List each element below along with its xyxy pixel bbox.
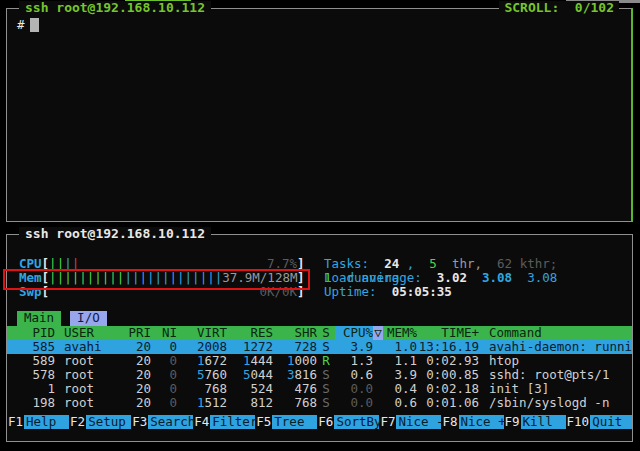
cell-state: S — [317, 396, 335, 410]
cell-shr: 768 — [273, 396, 317, 410]
fkey-setup-label: Setup — [86, 415, 131, 429]
stats-column: Tasks: 24 , 5 thr, 62 kthr; 1 running Lo… — [324, 257, 632, 299]
cell-shr-rest: 000 — [294, 354, 317, 368]
cpu-meter: CPU [ || | | 7.7% ] — [19, 257, 316, 271]
terminal-pane-shell[interactable]: ssh root@192.168.10.112 SCROLL: 0/102 # — [6, 8, 633, 222]
cell-mem: 0.4 — [383, 382, 417, 396]
fkey-nice-minus-key: F7 — [379, 415, 396, 429]
cell-ni: 0 — [151, 340, 177, 354]
fkey-setup[interactable]: F2Setup — [69, 415, 131, 429]
mem-meter-open-bracket: [ — [42, 271, 50, 285]
cpu-meter-bar: || | | 7.7% — [49, 257, 297, 271]
process-row-198[interactable]: 198 root 20 0 1512 812 768 S 0.0 0.6 0:0… — [7, 396, 632, 410]
cell-pri: 20 — [115, 396, 151, 410]
cell-time: 0:00.85 — [417, 368, 479, 382]
cell-gap — [373, 340, 383, 354]
cell-res-rest: 812 — [250, 396, 273, 410]
process-row-1[interactable]: 1 root 20 0 768 524 476 S 0.0 0.4 0:02.1… — [7, 382, 632, 396]
cell-gap — [373, 354, 383, 368]
fkey-tree[interactable]: F5Tree — [255, 415, 317, 429]
prompt-symbol: # — [17, 18, 25, 32]
mem-ticks-cache: ||||||||||||| — [124, 271, 222, 285]
fkey-filter[interactable]: F4Filter — [193, 415, 255, 429]
fkey-quit-key: F10 — [566, 415, 591, 429]
fkey-kill[interactable]: F9Kill — [504, 415, 566, 429]
cell-user: avahi — [55, 340, 115, 354]
uptime-value: 05:05:35 — [392, 284, 452, 299]
cell-pri: 20 — [115, 340, 151, 354]
column-header-virt[interactable]: VIRT — [177, 326, 227, 340]
fkey-sortby-label: SortBy — [334, 415, 379, 429]
cell-ni: 0 — [151, 368, 177, 382]
cell-res-rest: 044 — [250, 368, 273, 382]
column-header-res[interactable]: RES — [227, 326, 273, 340]
cell-user: root — [55, 396, 115, 410]
fkey-search[interactable]: F3Search — [131, 415, 193, 429]
load-one: 3.02 — [437, 270, 475, 285]
cell-state: S — [317, 368, 335, 382]
fkey-search-label: Search — [148, 415, 193, 429]
column-header-time[interactable]: TIME+ — [417, 326, 479, 340]
cpu-ticks-io: | — [64, 257, 72, 271]
column-header-ni[interactable]: NI — [151, 326, 177, 340]
column-header-pri[interactable]: PRI — [115, 326, 151, 340]
tasks-line: Tasks: 24 , 5 thr, 62 kthr; 1 running — [324, 257, 632, 271]
cell-state: S — [317, 382, 335, 396]
cell-ni: 0 — [151, 396, 177, 410]
cell-cpu: 0.6 — [335, 368, 373, 382]
fkey-filter-label: Filter — [210, 415, 255, 429]
fkey-quit[interactable]: F10Quit — [566, 415, 632, 429]
cell-mem: 0.6 — [383, 396, 417, 410]
cell-virt-rest: 672 — [204, 354, 227, 368]
cell-command: init [3] — [479, 382, 632, 396]
swap-meter-value: 0K/0K — [259, 285, 297, 299]
column-header-pid[interactable]: PID — [17, 326, 55, 340]
cell-shr-rest: 768 — [294, 396, 317, 410]
fkey-sortby-key: F6 — [317, 415, 334, 429]
cell-shr-rest: 816 — [294, 368, 317, 382]
uptime-line: Uptime: 05:05:35 — [324, 285, 632, 299]
cell-state: S — [317, 340, 335, 354]
swap-meter-bar: 0K/0K — [49, 285, 297, 299]
fkey-filter-key: F4 — [193, 415, 210, 429]
fkey-nice-plus[interactable]: F8Nice + — [441, 415, 503, 429]
column-header-command[interactable]: Command — [479, 326, 632, 340]
fkey-tree-key: F5 — [255, 415, 272, 429]
cell-user: root — [55, 368, 115, 382]
load-fifteen: 3.08 — [527, 270, 557, 285]
meters-column: CPU [ || | | 7.7% ] Mem [ — [7, 257, 316, 299]
cell-command: htop — [479, 354, 632, 368]
cell-pid: 198 — [17, 396, 55, 410]
column-header-mem[interactable]: MEM% — [383, 326, 417, 340]
fkey-nice-plus-label: Nice + — [459, 415, 504, 429]
terminal-pane-htop[interactable]: ssh root@192.168.10.112 CPU [ || | | 7.7… — [6, 234, 633, 442]
process-row-578[interactable]: 578 root 20 0 5760 5044 3816 S 0.6 3.9 0… — [7, 368, 632, 382]
column-header-state[interactable]: S — [317, 326, 335, 340]
cell-gap — [373, 368, 383, 382]
swap-meter-space — [49, 285, 259, 299]
mem-ticks-used: |||||||||| — [49, 271, 124, 285]
process-row-585[interactable]: 585 avahi 20 0 2008 1272 728 S 3.9 1.0 1… — [7, 340, 632, 354]
tab-io[interactable]: I/O — [70, 311, 107, 326]
fkey-help[interactable]: F1Help — [7, 415, 69, 429]
tasks-thr-label: thr, — [444, 256, 489, 271]
cell-cpu: 3.9 — [335, 340, 373, 354]
cpu-meter-close-bracket: ] — [297, 257, 305, 271]
cell-ni: 0 — [151, 354, 177, 368]
process-row-589[interactable]: 589 root 20 0 1672 1444 1000 R 1.3 1.1 0… — [7, 354, 632, 368]
fkey-nice-minus[interactable]: F7Nice - — [379, 415, 441, 429]
tab-main[interactable]: Main — [17, 311, 61, 326]
tasks-sep: , — [407, 256, 422, 271]
mem-meter-label: Mem — [19, 271, 42, 285]
mem-meter-close-bracket: ] — [297, 271, 305, 285]
tasks-kthr: 62 kthr; — [497, 256, 565, 271]
sort-direction-icon: ▽ — [373, 326, 383, 340]
cpu-ticks-normal: || — [49, 257, 64, 271]
column-header-user[interactable]: USER — [55, 326, 115, 340]
cell-shr: 728 — [273, 340, 317, 354]
column-header-cpu-sort[interactable]: CPU% — [335, 326, 373, 340]
cell-state: R — [317, 354, 335, 368]
fkey-sortby[interactable]: F6SortBy — [317, 415, 379, 429]
column-header-shr[interactable]: SHR — [273, 326, 317, 340]
pane-title-shell: ssh root@192.168.10.112 — [19, 1, 211, 15]
